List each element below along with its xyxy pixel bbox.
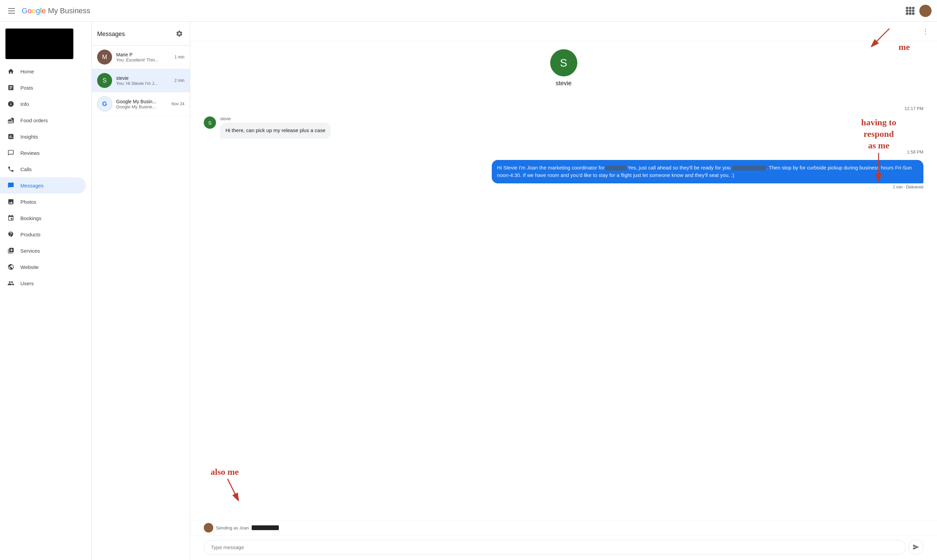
sidebar-item-home[interactable]: Home bbox=[0, 63, 86, 80]
sending-as-avatar bbox=[204, 523, 213, 532]
conversation-avatar-marie: M bbox=[97, 49, 112, 65]
conversation-name-gmb: Google My Busin... bbox=[116, 99, 168, 104]
logo-g2: g bbox=[36, 6, 40, 15]
posts-icon bbox=[7, 83, 15, 92]
sidebar-item-reviews[interactable]: Reviews bbox=[0, 145, 86, 161]
main-layout: Home Posts Info Food orders bbox=[0, 22, 937, 560]
menu-button[interactable] bbox=[5, 5, 18, 16]
message-bubble-theirs: Hi there, can pick up my release plus a … bbox=[220, 123, 331, 138]
sidebar-label-reviews: Reviews bbox=[20, 150, 40, 156]
message-status: 2 min · Delivered bbox=[492, 185, 923, 189]
sidebar-label-food-orders: Food orders bbox=[20, 117, 48, 123]
sidebar-label-home: Home bbox=[20, 69, 34, 74]
sidebar-label-messages: Messages bbox=[20, 183, 43, 188]
conversation-time-stevie: 2 min bbox=[175, 78, 185, 83]
users-icon bbox=[7, 279, 15, 287]
sidebar-item-products[interactable]: Products bbox=[0, 226, 86, 243]
sending-as-label: Sending as Joan bbox=[216, 525, 249, 531]
logo-o1: o bbox=[28, 6, 32, 15]
sending-as-redacted bbox=[252, 525, 279, 530]
conversation-name-stevie: stevie bbox=[116, 75, 171, 81]
sidebar-label-products: Products bbox=[20, 232, 40, 237]
insights-icon bbox=[7, 132, 15, 141]
bookings-icon bbox=[7, 214, 15, 222]
messages-title: Messages bbox=[97, 31, 125, 38]
sending-as-bar: Sending as Joan bbox=[190, 520, 937, 535]
sidebar: Home Posts Info Food orders bbox=[0, 22, 92, 560]
sidebar-label-photos: Photos bbox=[20, 199, 36, 205]
sidebar-item-calls[interactable]: Calls bbox=[0, 161, 86, 177]
sidebar-item-website[interactable]: Website bbox=[0, 259, 86, 275]
conversation-item-gmb[interactable]: G Google My Busin... Google My Busine...… bbox=[92, 92, 190, 116]
sidebar-label-services: Services bbox=[20, 248, 40, 254]
reviews-icon bbox=[7, 149, 15, 157]
sidebar-label-posts: Posts bbox=[20, 85, 33, 91]
messages-header: Messages bbox=[92, 22, 190, 46]
conversation-info-marie: Marie P You: Excellent! Thin... bbox=[116, 52, 171, 63]
send-button[interactable] bbox=[908, 540, 923, 555]
messages-icon bbox=[7, 182, 15, 189]
message-content-mine: Hi Stevie I'm Joan the marketing coordin… bbox=[492, 160, 923, 189]
message-avatar-stevie: S bbox=[204, 117, 216, 129]
sidebar-label-info: Info bbox=[20, 101, 29, 107]
conversation-avatar-stevie: S bbox=[97, 73, 112, 88]
sidebar-item-bookings[interactable]: Bookings bbox=[0, 210, 86, 226]
topbar: Google My Business bbox=[0, 0, 937, 22]
sidebar-label-users: Users bbox=[20, 280, 34, 286]
calls-icon bbox=[7, 165, 15, 173]
website-icon bbox=[7, 263, 15, 271]
sidebar-item-info[interactable]: Info bbox=[0, 96, 86, 112]
sidebar-item-food-orders[interactable]: Food orders bbox=[0, 112, 86, 128]
time-divider-1: 12:17 PM bbox=[204, 106, 923, 111]
message-row-theirs: S stevie Hi there, can pick up my releas… bbox=[204, 117, 923, 138]
message-row-mine: Hi Stevie I'm Joan the marketing coordin… bbox=[204, 160, 923, 189]
sidebar-item-messages[interactable]: Messages bbox=[0, 177, 86, 194]
photos-icon bbox=[7, 198, 15, 206]
conversation-item-stevie[interactable]: S stevie You: Hi Stevie I'm J... 2 min bbox=[92, 69, 190, 92]
time-divider-2: 1:58 PM bbox=[204, 149, 923, 154]
message-input[interactable] bbox=[204, 540, 906, 555]
sidebar-item-users[interactable]: Users bbox=[0, 275, 86, 291]
conversation-info-stevie: stevie You: Hi Stevie I'm J... bbox=[116, 75, 171, 86]
sidebar-label-website: Website bbox=[20, 264, 39, 270]
more-options-button[interactable]: ⋮ bbox=[919, 26, 932, 37]
sidebar-label-calls: Calls bbox=[20, 166, 32, 172]
conversation-avatar-gmb: G bbox=[97, 97, 112, 111]
conversation-time-gmb: Nov 24 bbox=[171, 102, 185, 106]
conversation-preview-marie: You: Excellent! Thin... bbox=[116, 57, 171, 63]
logo-o2: o bbox=[32, 6, 35, 15]
chat-input-area bbox=[190, 535, 937, 560]
services-icon bbox=[7, 246, 15, 255]
sidebar-item-photos[interactable]: Photos bbox=[0, 194, 86, 210]
app-name: My Business bbox=[48, 6, 90, 15]
google-apps-icon[interactable] bbox=[906, 7, 914, 15]
redacted-1 bbox=[606, 166, 626, 171]
messages-panel: Messages M Marie P You: Excellent! Thin.… bbox=[92, 22, 190, 560]
contact-name-large: stevie bbox=[555, 80, 572, 87]
conversation-preview-stevie: You: Hi Stevie I'm J... bbox=[116, 81, 171, 86]
redacted-2 bbox=[732, 166, 766, 171]
sidebar-label-bookings: Bookings bbox=[20, 215, 42, 221]
message-sender-theirs: stevie bbox=[220, 117, 331, 121]
svg-text:G: G bbox=[102, 100, 107, 107]
conversation-info-gmb: Google My Busin... Google My Busine... bbox=[116, 99, 168, 109]
conversation-preview-gmb: Google My Busine... bbox=[116, 104, 168, 109]
sidebar-item-posts[interactable]: Posts bbox=[0, 80, 86, 96]
message-bubble-mine: Hi Stevie I'm Joan the marketing coordin… bbox=[492, 160, 923, 183]
business-logo-area bbox=[0, 25, 91, 63]
sidebar-item-services[interactable]: Services bbox=[0, 243, 86, 259]
logo-g: G bbox=[22, 6, 28, 15]
conversation-name-marie: Marie P bbox=[116, 52, 171, 57]
app-logo: Google My Business bbox=[22, 6, 90, 15]
sidebar-label-insights: Insights bbox=[20, 134, 38, 140]
logo-e: e bbox=[42, 6, 46, 15]
user-avatar[interactable] bbox=[919, 5, 932, 17]
chat-input-wrapper bbox=[204, 540, 906, 555]
chat-header: ⋮ bbox=[190, 22, 937, 41]
food-orders-icon bbox=[7, 116, 15, 124]
conversation-time-marie: 1 min bbox=[175, 55, 185, 59]
sidebar-item-insights[interactable]: Insights bbox=[0, 128, 86, 145]
contact-avatar-large: S bbox=[550, 49, 577, 76]
messages-settings-button[interactable] bbox=[174, 29, 185, 40]
conversation-item-marie[interactable]: M Marie P You: Excellent! Thin... 1 min bbox=[92, 46, 190, 69]
